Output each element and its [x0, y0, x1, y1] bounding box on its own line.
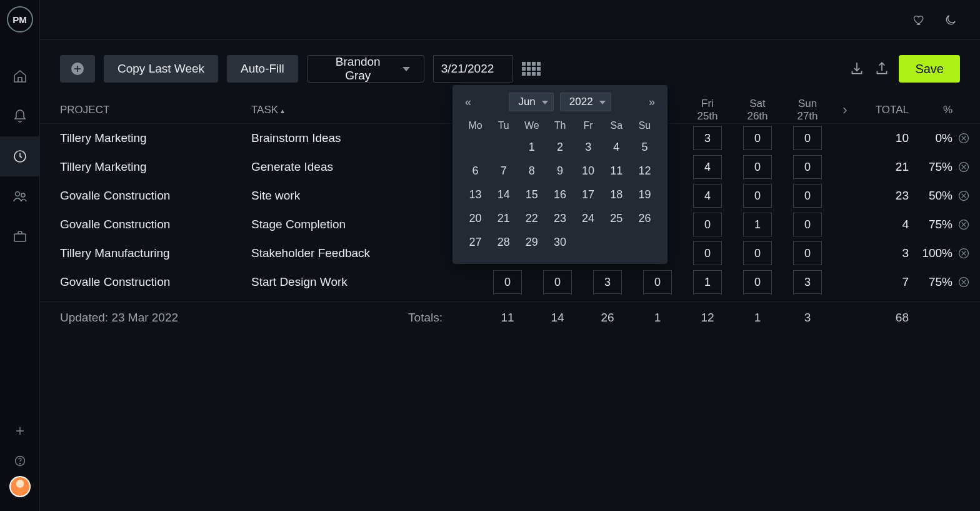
col-task[interactable]: TASK [251, 104, 458, 116]
calendar-day[interactable]: 19 [631, 183, 659, 206]
user-select[interactable]: Brandon Gray [307, 55, 424, 83]
delete-row-button[interactable] [958, 132, 980, 144]
calendar-button[interactable] [522, 60, 541, 78]
nav-projects[interactable] [0, 216, 40, 256]
hour-input[interactable]: 0 [743, 270, 772, 294]
calendar-day[interactable]: 4 [602, 135, 631, 159]
topbar-action-2[interactable] [944, 13, 958, 27]
cell-percent: 50% [914, 189, 958, 203]
calendar-day[interactable]: 12 [631, 159, 659, 183]
calendar-day[interactable]: 25 [602, 206, 631, 230]
calendar-day[interactable]: 20 [461, 206, 489, 230]
nav-team[interactable] [0, 176, 40, 216]
calendar-day[interactable]: 18 [602, 183, 631, 206]
delete-row-button[interactable] [958, 247, 980, 260]
calendar-day[interactable]: 15 [518, 183, 546, 206]
calendar-day[interactable]: 9 [546, 159, 574, 183]
export-button[interactable] [874, 61, 890, 77]
hour-input[interactable]: 0 [493, 270, 522, 294]
save-button[interactable]: Save [899, 55, 960, 83]
hour-input[interactable]: 0 [793, 213, 822, 236]
calendar-day[interactable]: 24 [574, 206, 602, 230]
close-circle-icon [958, 132, 970, 144]
calendar-day[interactable]: 11 [602, 159, 631, 183]
hour-input[interactable]: 0 [793, 241, 822, 265]
cell-task: Generate Ideas [251, 160, 458, 174]
chevron-down-icon [599, 101, 606, 104]
hour-input[interactable]: 4 [693, 155, 722, 179]
date-input[interactable] [433, 55, 513, 83]
svg-point-5 [19, 463, 20, 464]
topbar-action-1[interactable] [912, 13, 926, 27]
col-project[interactable]: PROJECT [60, 104, 251, 116]
col-total: TOTAL [858, 104, 914, 116]
delete-row-button[interactable] [958, 161, 980, 173]
calendar-day[interactable]: 6 [461, 159, 489, 183]
calendar-day[interactable]: 27 [461, 230, 489, 254]
hour-input[interactable]: 0 [743, 126, 772, 150]
total-col-2: 26 [582, 311, 632, 325]
calendar-day[interactable]: 1 [518, 135, 546, 159]
calendar-day[interactable]: 16 [546, 183, 574, 206]
hour-input[interactable]: 0 [643, 270, 672, 294]
hour-input[interactable]: 3 [693, 126, 722, 150]
import-icon [849, 61, 865, 77]
hour-input[interactable]: 0 [693, 213, 722, 236]
calendar-day[interactable]: 7 [489, 159, 518, 183]
hour-input[interactable]: 0 [693, 241, 722, 265]
delete-row-button[interactable] [958, 218, 980, 231]
cell-task: Stage Completion [251, 218, 458, 231]
cell-project: Govalle Construction [60, 218, 251, 231]
calendar-day[interactable]: 30 [546, 230, 574, 254]
calendar-day[interactable]: 14 [489, 183, 518, 206]
hour-input[interactable]: 3 [593, 270, 622, 294]
cell-project: Govalle Construction [60, 189, 251, 203]
calendar-day[interactable]: 23 [546, 206, 574, 230]
calendar-day[interactable]: 28 [489, 230, 518, 254]
import-button[interactable] [849, 61, 865, 77]
calendar-year-select[interactable]: 2022 [560, 93, 611, 111]
nav-timesheet[interactable] [0, 136, 40, 176]
auto-fill-button[interactable]: Auto-Fill [227, 55, 298, 83]
calendar-day[interactable]: 10 [574, 159, 602, 183]
nav-home[interactable] [0, 56, 40, 96]
calendar-day[interactable]: 26 [631, 206, 659, 230]
calendar-day[interactable]: 2 [546, 135, 574, 159]
calendar-prev[interactable]: « [461, 93, 475, 111]
calendar-day[interactable]: 8 [518, 159, 546, 183]
calendar-day[interactable]: 5 [631, 135, 659, 159]
week-next[interactable]: › [832, 102, 858, 118]
calendar-day[interactable]: 21 [489, 206, 518, 230]
hour-input[interactable]: 0 [793, 155, 822, 179]
nav-add[interactable] [0, 416, 40, 446]
nav-notifications[interactable] [0, 96, 40, 136]
hour-input[interactable]: 0 [793, 184, 822, 208]
hour-input[interactable]: 0 [543, 270, 572, 294]
hour-input[interactable]: 3 [793, 270, 822, 294]
hour-input[interactable]: 1 [693, 270, 722, 294]
calendar-day[interactable]: 29 [518, 230, 546, 254]
calendar-day[interactable]: 22 [518, 206, 546, 230]
calendar-next[interactable]: » [645, 93, 659, 111]
calendar-day[interactable]: 3 [574, 135, 602, 159]
delete-row-button[interactable] [958, 190, 980, 202]
copy-last-week-button[interactable]: Copy Last Week [104, 55, 218, 83]
app-logo[interactable]: PM [7, 6, 33, 33]
day-head-6: Sun27th [782, 98, 832, 122]
hour-input[interactable]: 0 [793, 126, 822, 150]
add-entry-button[interactable] [60, 55, 95, 83]
hour-input[interactable]: 1 [743, 213, 772, 236]
hour-input[interactable]: 4 [693, 184, 722, 208]
calendar-day[interactable]: 17 [574, 183, 602, 206]
close-circle-icon [958, 247, 970, 260]
nav-help[interactable] [0, 446, 40, 476]
calendar-weekday: Mo [461, 116, 489, 135]
hour-input[interactable]: 0 [743, 155, 772, 179]
heart-icon [912, 13, 926, 27]
delete-row-button[interactable] [958, 276, 980, 288]
hour-input[interactable]: 0 [743, 241, 772, 265]
calendar-month-select[interactable]: Jun [509, 93, 553, 111]
hour-input[interactable]: 0 [743, 184, 772, 208]
calendar-day[interactable]: 13 [461, 183, 489, 206]
user-avatar[interactable] [9, 476, 31, 497]
